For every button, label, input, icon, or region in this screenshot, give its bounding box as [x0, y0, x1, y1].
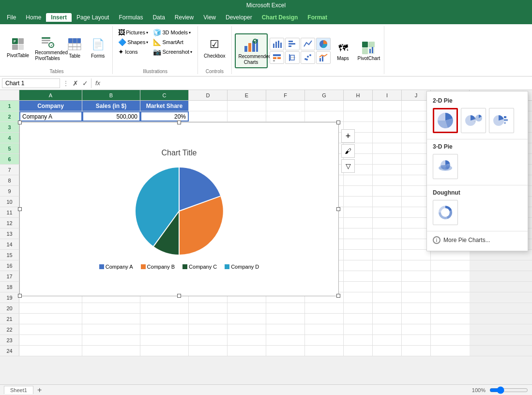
maps-button[interactable]: 🗺 Maps [334, 39, 353, 62]
ribbon-group-charts: Recommended Charts [232, 26, 384, 74]
combo-chart-button[interactable] [316, 51, 331, 64]
recommended-pivot-tables-button[interactable]: ✓ Recommended PivotTables [33, 31, 62, 62]
chart-container[interactable]: + 🖌 ▽ Chart Title [19, 122, 339, 296]
col-header-h: H [344, 90, 373, 100]
legend-item-d: Company D [225, 264, 259, 270]
legend-item-c: Company C [182, 264, 217, 270]
checkbox-button[interactable]: ☑ Checkbox [202, 35, 227, 60]
chart-add-button[interactable]: + [341, 129, 355, 143]
legend-item-a: Company A [99, 264, 133, 270]
cancel-icon[interactable]: ✗ [72, 79, 79, 87]
formula-input[interactable] [104, 80, 530, 87]
chart-legend: Company A Company B Company C Company D [99, 264, 259, 270]
menu-file[interactable]: File [2, 13, 21, 22]
pivot-chart-button[interactable]: PivotChart [356, 39, 381, 62]
controls-group-label: Controls [206, 69, 224, 74]
cell-b2[interactable]: 500,000 [82, 111, 140, 122]
screenshot-button[interactable]: 📷 Screenshot ▾ [152, 47, 194, 56]
svg-point-38 [306, 59, 308, 61]
svg-point-60 [445, 167, 450, 169]
pie-chart-svg [126, 160, 232, 262]
table-row: 24 [0, 346, 532, 356]
shapes-button[interactable]: 🔷 Shapes ▾ [117, 38, 150, 46]
chart-style-button[interactable]: 🖌 [341, 144, 355, 158]
menu-data[interactable]: Data [148, 13, 169, 22]
handle-tr[interactable] [336, 121, 340, 124]
forms-label: Forms [91, 53, 105, 59]
column-chart-button[interactable] [270, 38, 284, 50]
menu-developer[interactable]: Developer [221, 13, 257, 22]
main-area: A B C D E F G H I J K 1 Company Sales (i… [0, 90, 532, 384]
cell-c1[interactable]: Market Share [140, 101, 189, 111]
cell-b1[interactable]: Sales (in $) [82, 101, 140, 111]
row-num-1: 1 [0, 101, 19, 111]
bar-chart-button[interactable] [285, 38, 300, 50]
shapes-label: Shapes [127, 39, 145, 45]
name-box[interactable] [2, 78, 60, 88]
svg-rect-41 [362, 42, 368, 47]
svg-rect-1 [18, 38, 24, 44]
pie-2d-regular-option[interactable] [433, 108, 458, 133]
recommended-charts-button[interactable]: Recommended Charts [235, 33, 268, 68]
pie-2d-exploded-option[interactable] [461, 108, 486, 133]
chart-filter-button[interactable]: ▽ [341, 159, 355, 173]
sheet-tab[interactable]: Sheet1 [4, 386, 33, 394]
svg-rect-2 [12, 45, 18, 50]
ribbon-group-illustrations: 🖼 Pictures ▾ 🔷 Shapes ▾ ✦ Icons [113, 26, 198, 74]
menu-view[interactable]: View [198, 13, 221, 22]
cell-c2[interactable]: 20% [140, 111, 189, 122]
table-button[interactable]: Table [64, 35, 85, 60]
handle-bm[interactable] [177, 294, 181, 298]
pie-chart-button[interactable] [316, 38, 331, 50]
smart-art-button[interactable]: 📐 SmartArt [152, 38, 194, 46]
svg-rect-30 [277, 57, 281, 59]
cell-d1[interactable] [189, 101, 228, 111]
pivot-table-button[interactable]: P PivotTable [5, 34, 31, 60]
icons-button[interactable]: ✦ Icons [117, 47, 150, 56]
line-chart-button[interactable] [301, 38, 315, 50]
svg-point-61 [440, 167, 444, 169]
handle-br[interactable] [336, 294, 340, 298]
handle-mr[interactable] [336, 207, 340, 211]
stats-chart-button[interactable] [285, 51, 300, 64]
svg-rect-58 [504, 122, 506, 124]
pie-type-dropdown: 2-D Pie [426, 91, 528, 251]
handle-ml[interactable] [18, 207, 22, 211]
confirm-icon[interactable]: ✓ [81, 79, 89, 87]
col-header-c: C [140, 90, 189, 100]
more-pie-charts-link[interactable]: i More Pie Charts... [427, 233, 528, 247]
chart-title-text[interactable]: Chart Title [162, 149, 197, 157]
menu-format[interactable]: Format [303, 13, 332, 22]
menu-review[interactable]: Review [170, 13, 198, 22]
menu-home[interactable]: Home [21, 13, 46, 22]
menu-formulas[interactable]: Formulas [114, 13, 148, 22]
cell-a1[interactable]: Company [19, 101, 82, 111]
chart-content: Chart Title [20, 122, 338, 296]
pie-2d-bar-option[interactable] [489, 108, 514, 133]
handle-tm[interactable] [177, 121, 181, 124]
recommended-charts-label: Recommended Charts [239, 54, 264, 65]
handle-bl[interactable] [18, 294, 22, 298]
menu-chart-design[interactable]: Chart Design [257, 13, 303, 22]
ribbon: P PivotTable ✓ R [0, 24, 532, 76]
3d-models-button[interactable]: 🧊 3D Models ▾ [152, 28, 194, 37]
legend-label-a: Company A [106, 264, 133, 270]
scatter-chart-button[interactable] [301, 51, 315, 64]
cell-a2[interactable]: Company A [19, 111, 82, 122]
row-num-5: 5 [0, 143, 19, 153]
section-2d-label: 2-D Pie [427, 95, 528, 106]
pictures-button[interactable]: 🖼 Pictures ▾ [117, 28, 150, 37]
hierarchy-chart-button[interactable] [270, 51, 284, 64]
zoom-slider[interactable] [489, 387, 528, 393]
forms-button[interactable]: 📄 Forms [87, 35, 108, 60]
svg-rect-26 [289, 46, 291, 47]
menu-bar: Microsoft Excel File Home Insert Page La… [0, 0, 532, 24]
doughnut-option[interactable] [433, 200, 458, 225]
pie-3d-option[interactable] [433, 154, 458, 179]
more-charts-label: More Pie Charts... [443, 237, 490, 243]
ribbon-group-controls: ☑ Checkbox Controls [198, 26, 231, 74]
menu-insert[interactable]: Insert [46, 13, 72, 22]
handle-tl[interactable] [18, 121, 22, 124]
menu-page-layout[interactable]: Page Layout [72, 13, 114, 22]
add-sheet-button[interactable]: + [37, 386, 42, 395]
